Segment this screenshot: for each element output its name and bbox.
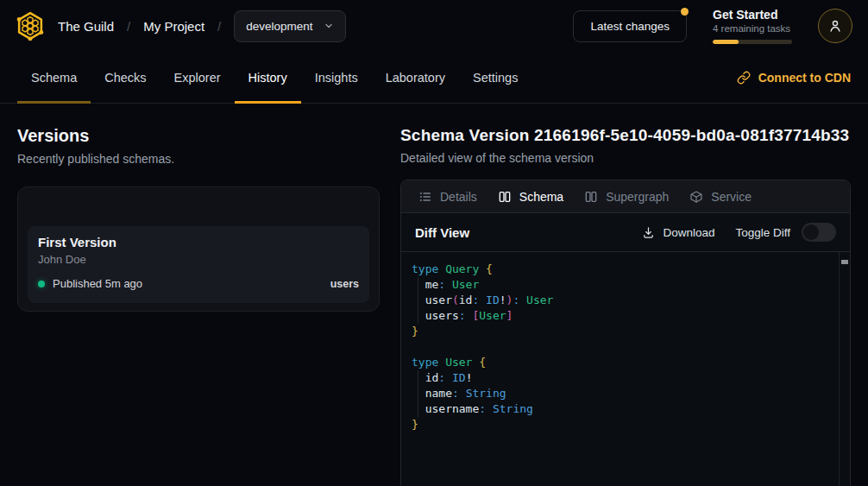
code-scrollbar[interactable] [839,252,850,486]
detail-tab-supergraph[interactable]: Supergraph [574,180,679,212]
latest-changes-button[interactable]: Latest changes [573,10,687,42]
notification-dot [681,8,689,16]
tab-insights[interactable]: Insights [301,52,372,103]
main-content: Versions Recently published schemas. Fir… [0,104,868,486]
code-line: type Query { [412,262,836,277]
get-started-title: Get Started [713,8,792,22]
detail-tab-label: Schema [519,190,563,204]
user-icon [827,18,843,34]
latest-changes-label: Latest changes [590,20,670,33]
code-line: type User { [412,355,836,370]
tab-laboratory[interactable]: Laboratory [372,52,459,103]
link-icon [737,71,751,85]
version-list-item[interactable]: First Version John Doe Published 5m ago … [28,226,369,303]
code-line: name: String [412,386,836,401]
code-line: users: [User] [412,308,836,324]
diff-actions: Download Toggle Diff [642,223,836,242]
breadcrumb: The Guild / My Project / [58,19,221,34]
breadcrumb-project[interactable]: My Project [143,19,204,34]
detail-tab-label: Supergraph [606,190,669,204]
detail-tab-details[interactable]: Details [408,180,487,212]
target-selector-value: development [246,20,312,33]
detail-tab-schema[interactable]: Schema [487,180,574,212]
version-author: John Doe [38,253,359,266]
code-block: type Query { me: User user(id: ID!): Use… [412,262,836,432]
versions-title: Versions [17,126,380,146]
breadcrumb-separator: / [217,19,221,34]
detail-tab-label: Service [711,190,752,204]
connect-to-cdn-button[interactable]: Connect to CDN [737,52,851,103]
code-line: user(id: ID!): User [412,293,836,308]
code-line: } [412,324,836,339]
toggle-diff-switch[interactable] [802,223,836,242]
code-line: id: ID! [412,370,836,386]
version-service-badge: users [330,278,359,290]
download-label: Download [663,226,714,239]
code-line: username: String [412,401,836,417]
diff-view-title: Diff View [415,225,469,240]
version-detail-panel: Schema Version 2166196f-5e10-4059-bd0a-0… [400,104,851,486]
version-detail-title: Schema Version 2166196f-5e10-4059-bd0a-0… [400,126,851,145]
columns-icon [498,190,512,204]
list-icon [418,190,432,204]
code-line: } [412,417,836,432]
app-header: The Guild / My Project / development Lat… [0,0,868,52]
version-detail-card: Details Schema Sup [400,180,851,486]
breadcrumb-separator: / [127,19,130,34]
diff-toolbar: Diff View Download Toggle Diff [401,213,850,252]
target-selector[interactable]: development [234,10,345,42]
status-dot [38,281,45,287]
get-started-progressbar [713,40,792,44]
connect-to-cdn-label: Connect to CDN [758,71,851,85]
detail-tab-label: Details [440,190,477,204]
tab-schema[interactable]: Schema [17,52,91,103]
cube-icon [689,190,703,204]
version-status: Published 5m ago [53,277,142,290]
user-avatar[interactable] [818,9,852,43]
versions-panel: Versions Recently published schemas. Fir… [17,104,380,312]
versions-subtitle: Recently published schemas. [17,152,380,166]
schema-code-viewer: type Query { me: User user(id: ID!): Use… [401,252,850,486]
download-button[interactable]: Download [642,226,714,239]
download-icon [642,226,655,239]
get-started-subtitle: 4 remaining tasks [713,23,792,34]
detail-tab-service[interactable]: Service [679,180,762,212]
toggle-knob [803,224,819,240]
version-status-row: Published 5m ago users [38,277,359,290]
tab-history[interactable]: History [235,52,301,103]
primary-nav: Schema Checks Explorer History Insights … [0,52,868,104]
tab-checks[interactable]: Checks [91,52,160,103]
versions-list-card: First Version John Doe Published 5m ago … [17,186,380,312]
tab-explorer[interactable]: Explorer [160,52,235,103]
version-detail-subtitle: Detailed view of the schema version [400,151,851,165]
code-line: me: User [412,277,836,293]
hive-logo-icon[interactable] [16,11,45,41]
version-name: First Version [38,235,359,249]
get-started-widget[interactable]: Get Started 4 remaining tasks [713,8,792,44]
tab-settings[interactable]: Settings [459,52,531,103]
get-started-progress-fill [713,40,739,44]
header-right: Latest changes Get Started 4 remaining t… [573,8,852,44]
primary-nav-tabs: Schema Checks Explorer History Insights … [17,52,531,103]
toggle-diff-label: Toggle Diff [735,226,790,239]
code-line [412,339,836,355]
detail-tabs: Details Schema Sup [401,180,850,213]
breadcrumb-org[interactable]: The Guild [58,19,114,34]
columns-icon [584,190,598,204]
toggle-diff-control: Toggle Diff [735,223,836,242]
code-scrollbar-thumb[interactable] [841,260,848,264]
chevron-down-icon [324,21,334,31]
